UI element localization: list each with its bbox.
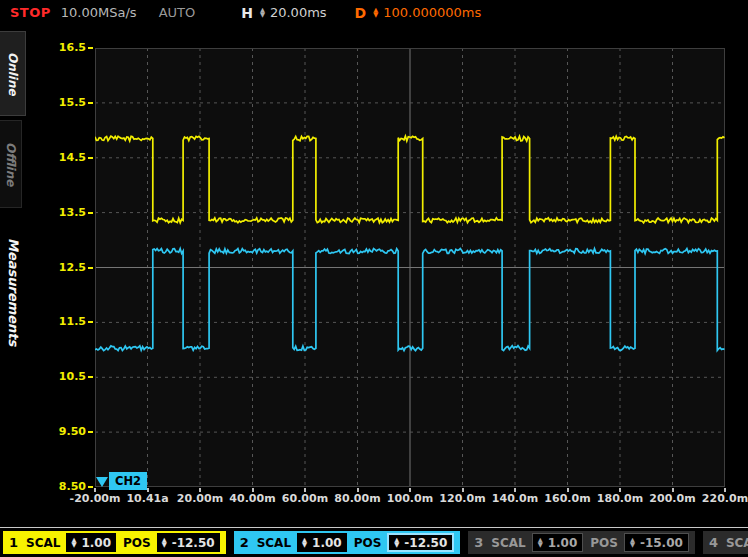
channel-1-pos-label: POS — [123, 536, 151, 550]
y-tick-mark — [88, 376, 93, 378]
measurements-panel-title[interactable]: Measurements — [1, 238, 25, 398]
channel-1-pos-spinner[interactable]: ▲ ▼ -12.50 — [157, 533, 220, 552]
channel-1-pos-value: -12.50 — [172, 536, 215, 550]
channel-3-group[interactable]: 3 SCAL ▲ ▼ 1.00 POS ▲ ▼ -15.00 — [468, 531, 695, 554]
channel-2-id[interactable]: 2 — [240, 535, 249, 550]
channel-2-pos-label: POS — [354, 536, 382, 550]
channel-3-pos-label: POS — [590, 536, 618, 550]
y-tick-label: 10.5 — [48, 370, 86, 383]
y-tick-label: 12.5 — [48, 261, 86, 274]
y-tick-mark — [88, 321, 93, 323]
trigger-mode: AUTO — [159, 5, 196, 20]
spinner-arrows-icon[interactable]: ▲ ▼ — [162, 538, 167, 548]
sample-rate: 10.00MSa/s — [61, 5, 137, 20]
channel-3-scale-spinner[interactable]: ▲ ▼ 1.00 — [532, 533, 584, 552]
ch2-position-marker[interactable]: CH2 — [96, 472, 147, 490]
channel-3-scale-value: 1.00 — [548, 536, 578, 550]
tab-online[interactable]: Online — [0, 31, 26, 116]
channel-1-scale-label: SCAL — [26, 536, 60, 550]
x-tick-label: 220.0m — [693, 492, 748, 505]
channel-1-scale-spinner[interactable]: ▲ ▼ 1.00 — [66, 533, 116, 552]
spinner-down-icon[interactable]: ▼ — [373, 13, 378, 18]
spinner-down-icon[interactable]: ▼ — [302, 543, 307, 548]
acquisition-status: STOP — [10, 5, 51, 20]
spinner-arrows-icon[interactable]: ▲ ▼ — [630, 538, 635, 548]
ch2-marker-label: CH2 — [109, 472, 147, 490]
y-tick-label: 9.50 — [48, 425, 86, 438]
channel-3-pos-spinner[interactable]: ▲ ▼ -15.00 — [624, 533, 689, 552]
channel-3-id[interactable]: 3 — [474, 535, 483, 550]
spinner-arrows-icon[interactable]: ▲ ▼ — [394, 538, 399, 548]
tab-offline[interactable]: Offline — [0, 120, 22, 208]
y-tick-mark — [88, 47, 93, 49]
channel-3-pos-value: -15.00 — [640, 536, 683, 550]
channel-2-scale-spinner[interactable]: ▲ ▼ 1.00 — [297, 533, 347, 552]
channel-1-id[interactable]: 1 — [9, 535, 18, 550]
spinner-arrows-icon[interactable]: ▲ ▼ — [538, 538, 543, 548]
y-tick-label: 15.5 — [48, 96, 86, 109]
spinner-down-icon[interactable]: ▼ — [394, 543, 399, 548]
sidebar: Online Offline Measurements — [0, 30, 28, 527]
y-tick-mark — [88, 486, 93, 488]
channel-3-scale-label: SCAL — [491, 536, 525, 550]
spinner-arrows-icon[interactable]: ▲ ▼ — [71, 538, 76, 548]
spinner-down-icon[interactable]: ▼ — [162, 543, 167, 548]
y-tick-label: 13.5 — [48, 206, 86, 219]
channel-4-group[interactable]: 4 SCAL ▲ ▼ 1.00 — [703, 531, 748, 554]
y-tick-mark — [88, 267, 93, 269]
plot-area[interactable] — [95, 48, 725, 487]
delay-spinner[interactable]: ▲ ▼ — [373, 8, 378, 18]
spinner-arrows-icon[interactable]: ▲ ▼ — [302, 538, 307, 548]
scope-screen: Online Offline Measurements 16.515.514.5… — [0, 25, 748, 527]
channel-2-pos-spinner[interactable]: ▲ ▼ -12.50 — [387, 533, 454, 552]
channel-4-id[interactable]: 4 — [709, 535, 718, 550]
timebase-value: 20.00ms — [270, 5, 327, 20]
y-tick-label: 11.5 — [48, 315, 86, 328]
spinner-down-icon[interactable]: ▼ — [538, 543, 543, 548]
spinner-down-icon[interactable]: ▼ — [630, 543, 635, 548]
y-tick-mark — [88, 431, 93, 433]
oscilloscope-window: STOP 10.00MSa/s AUTO H ▲ ▼ 20.00ms D ▲ ▼… — [0, 0, 748, 557]
channel-1-group[interactable]: 1 SCAL ▲ ▼ 1.00 POS ▲ ▼ -12.50 — [3, 531, 226, 554]
channel-4-scale-label: SCAL — [726, 536, 748, 550]
top-bar: STOP 10.00MSa/s AUTO H ▲ ▼ 20.00ms D ▲ ▼… — [0, 0, 748, 25]
channel-2-group[interactable]: 2 SCAL ▲ ▼ 1.00 POS ▲ ▼ -12.50 — [234, 531, 461, 554]
channel-2-scale-label: SCAL — [257, 536, 291, 550]
horizontal-spinner[interactable]: ▲ ▼ — [260, 8, 265, 18]
channel-1-scale-value: 1.00 — [81, 536, 111, 550]
channel-2-scale-value: 1.00 — [312, 536, 342, 550]
channel-bar: 1 SCAL ▲ ▼ 1.00 POS ▲ ▼ -12.50 2 SCAL — [0, 527, 748, 557]
channel-2-pos-value: -12.50 — [404, 536, 447, 550]
delay-value: 100.000000ms — [383, 5, 481, 20]
horizontal-label: H — [241, 5, 253, 21]
delay-label: D — [355, 5, 367, 21]
spinner-down-icon[interactable]: ▼ — [260, 13, 265, 18]
y-tick-mark — [88, 102, 93, 104]
y-tick-label: 16.5 — [48, 41, 86, 54]
y-tick-mark — [88, 212, 93, 214]
spinner-down-icon[interactable]: ▼ — [71, 543, 76, 548]
marker-triangle-icon — [96, 477, 108, 487]
y-tick-mark — [88, 157, 93, 159]
y-tick-label: 14.5 — [48, 151, 86, 164]
